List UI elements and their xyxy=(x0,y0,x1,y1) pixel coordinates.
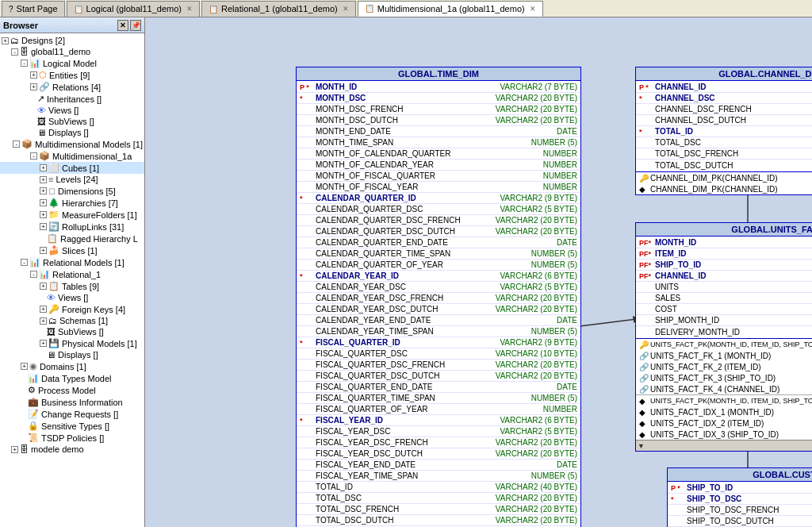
tree-item-relational-models[interactable]: - 📊 Relational Models [1] xyxy=(0,256,144,268)
tree-toggle-logical[interactable]: - xyxy=(21,60,28,67)
tree-toggle-entities[interactable]: + xyxy=(30,71,37,79)
col-type: VARCHAR2 (20 BYTE) xyxy=(496,449,577,458)
tab-start[interactable]: ? Start Page xyxy=(2,1,65,17)
browser-close-btn[interactable]: ✕ xyxy=(117,20,128,31)
tree-toggle-cubes[interactable]: + xyxy=(40,164,47,171)
tab-logical-close[interactable]: ✕ xyxy=(186,5,193,13)
tree-item-changerequests[interactable]: 📝 Change Requests [] xyxy=(0,408,144,420)
tree-item-levels[interactable]: + ≡ Levels [24] xyxy=(0,174,144,185)
tree-item-dimensions[interactable]: + ◻ Dimensions [5] xyxy=(0,185,144,197)
units-fact-table: GLOBAL.UNITS_FACT PF* MONTH_ID VARCHAR2 … xyxy=(635,222,812,452)
tree-item-tsdp[interactable]: 📜 TSDP Policies [] xyxy=(0,432,144,444)
tree-item-hierarchies[interactable]: + 🌲 Hierarchies [7] xyxy=(0,197,144,209)
tree-item-business[interactable]: 💼 Business Information xyxy=(0,396,144,408)
browser-title: Browser ✕ 📌 xyxy=(0,17,144,33)
tab-multidim-close[interactable]: ✕ xyxy=(530,5,536,13)
col-type: VARCHAR2 (40 BYTE) xyxy=(496,483,577,491)
tree-item-views2[interactable]: 👁 Views [] xyxy=(0,292,144,303)
key-text: UNITS_FACT_FK_4 (CHANNEL_ID) xyxy=(650,385,779,394)
tab-relational[interactable]: 📋 Relational_1 (global11_demo) ✕ xyxy=(201,1,356,17)
tree-toggle-relations[interactable]: + xyxy=(30,83,37,90)
tree-item-multidim1a[interactable]: - 📦 Multidimensional_1a xyxy=(0,150,144,162)
tree-item-displays[interactable]: 🖥 Displays [] xyxy=(0,127,144,138)
tree-item-relations[interactable]: + 🔗 Relations [4] xyxy=(0,81,144,93)
tree-toggle-hierarchies[interactable]: + xyxy=(40,199,47,206)
col-name: FISCAL_QUARTER_DSC_DUTCH xyxy=(316,371,489,380)
tree-toggle-schemas[interactable]: + xyxy=(40,317,47,325)
tree-toggle-domains[interactable]: + xyxy=(21,363,28,370)
tree-toggle-physical[interactable]: + xyxy=(40,340,47,347)
multidim1a-icon: 📦 xyxy=(39,151,50,161)
key-indicator: P * xyxy=(639,83,655,91)
tree-item-designs[interactable]: + 🗂 Designs [2] xyxy=(0,35,144,46)
tab-multidim[interactable]: 📋 Multidimensional_1a (global11_demo) ✕ xyxy=(358,1,543,17)
tree-item-domains[interactable]: + ◉ Domains [1] xyxy=(0,360,144,372)
browser-pin-btn[interactable]: 📌 xyxy=(130,20,141,31)
tree-toggle-levels[interactable]: + xyxy=(40,176,47,183)
col-name: FISCAL_QUARTER_TIME_SPAN xyxy=(316,394,525,402)
tree-item-views[interactable]: 👁 Views [] xyxy=(0,105,144,116)
col-name: CHANNEL_ID xyxy=(655,83,812,91)
tree-item-multidim-models[interactable]: - 📦 Multidimensional Models [1] xyxy=(0,138,144,150)
tables-icon: 📋 xyxy=(48,281,59,291)
table-row: * CALENDAR_YEAR_ID VARCHAR2 (6 BYTE) xyxy=(297,271,580,282)
units-fact-scrollbar[interactable]: ▼ xyxy=(636,440,812,451)
relations-label: Relations [4] xyxy=(52,83,101,92)
tree-toggle-relational-models[interactable]: - xyxy=(21,259,28,266)
tree-item-cubes[interactable]: + ⬜ Cubes [1] xyxy=(0,162,144,174)
tree-item-measurefolders[interactable]: + 📁 MeasureFolders [1] xyxy=(0,209,144,221)
tree-toggle-foreignkeys[interactable]: + xyxy=(40,306,47,313)
tree-item-sensitivetypes[interactable]: 🔒 Sensitive Types [] xyxy=(0,420,144,432)
col-type: VARCHAR2 (20 BYTE) xyxy=(496,116,577,125)
tree-toggle-tables[interactable]: + xyxy=(40,283,47,290)
tree-item-datatypes[interactable]: 📊 Data Types Model xyxy=(0,372,144,384)
tree-toggle-relational1[interactable]: - xyxy=(30,271,37,278)
table-row: TOTAL_DSC VARCHAR2 (20 BYTE) xyxy=(297,493,580,504)
tree-item-relational1[interactable]: - 📊 Relational_1 xyxy=(0,268,144,280)
tree-toggle-multidim1a[interactable]: - xyxy=(30,152,37,160)
tree-toggle-modele-demo[interactable]: + xyxy=(11,446,18,453)
multidim-icon: 📋 xyxy=(365,4,374,13)
tree-item-tables[interactable]: + 📋 Tables [9] xyxy=(0,280,144,292)
domains-icon: ◉ xyxy=(29,361,37,371)
table-row: FISCAL_YEAR_DSC_FRENCH VARCHAR2 (20 BYTE… xyxy=(297,437,580,448)
tree-item-process[interactable]: ⚙ Process Model xyxy=(0,384,144,396)
table-row: TOTAL_DSC VARCHAR2 (15 BYTE) xyxy=(636,137,812,148)
tree-item-foreignkeys[interactable]: + 🔑 Foreign Keys [4] xyxy=(0,303,144,315)
tree-toggle-slices[interactable]: + xyxy=(40,247,47,254)
tab-relational-close[interactable]: ✕ xyxy=(343,5,349,13)
tab-logical[interactable]: 📋 Logical (global11_demo) ✕ xyxy=(67,1,200,17)
tree-item-displays2[interactable]: 🖥 Displays [] xyxy=(0,349,144,360)
tree-item-entities[interactable]: + ⬡ Entities [9] xyxy=(0,69,144,81)
tree-item-modele-demo[interactable]: + 🗄 modele demo xyxy=(0,444,144,455)
tree-toggle-dimensions[interactable]: + xyxy=(40,187,47,194)
tree-item-physical[interactable]: + 💾 Physical Models [1] xyxy=(0,337,144,349)
table-row: TOTAL_DSC_DUTCH VARCHAR2 (20 BYTE) xyxy=(297,515,580,526)
tree-item-subviews[interactable]: 🖼 SubViews [] xyxy=(0,116,144,127)
tree-item-ragged[interactable]: 📋 Ragged Hierarchy L xyxy=(0,233,144,244)
table-row: MONTH_OF_CALENDAR_YEAR NUMBER xyxy=(297,160,580,171)
tree-toggle-measurefolders[interactable]: + xyxy=(40,211,47,218)
key-row: 🔗 UNITS_FACT_FK_3 (SHIP_TO_ID) xyxy=(636,372,812,383)
tree-toggle-multidim-models[interactable]: - xyxy=(13,140,20,148)
subviews-label: SubViews [] xyxy=(48,117,94,126)
table-row: CALENDAR_YEAR_END_DATE DATE xyxy=(297,315,580,326)
idx-icon: ◆ xyxy=(639,185,650,194)
col-name: FISCAL_YEAR_DSC_DUTCH xyxy=(316,449,489,458)
tree-toggle-rolluplinks[interactable]: + xyxy=(40,223,47,230)
tree-item-slices[interactable]: + 🍰 Slices [1] xyxy=(0,244,144,256)
col-type: VARCHAR2 (20 BYTE) xyxy=(496,494,577,502)
col-type: VARCHAR2 (7 BYTE) xyxy=(500,83,577,91)
col-type: VARCHAR2 (20 BYTE) xyxy=(496,294,577,302)
tree-item-global11[interactable]: - 🗄 global11_demo xyxy=(0,46,144,57)
col-name: CHANNEL_DSC_DUTCH xyxy=(655,116,812,125)
tree-toggle-global11[interactable]: - xyxy=(11,48,18,56)
table-row: MONTH_OF_FISCAL_YEAR NUMBER xyxy=(297,182,580,193)
tree-item-logical-model[interactable]: - 📊 Logical Model xyxy=(0,57,144,69)
tree-item-schemas[interactable]: + 🗂 Schemas [1] xyxy=(0,315,144,326)
tree-toggle-designs[interactable]: + xyxy=(2,37,9,44)
col-name: FISCAL_YEAR_ID xyxy=(316,416,493,425)
tree-item-rolluplinks[interactable]: + 🔄 RollupLinks [31] xyxy=(0,221,144,233)
tree-item-subviews2[interactable]: 🖼 SubViews [] xyxy=(0,326,144,337)
tree-item-inheritances[interactable]: ↗ Inheritances [] xyxy=(0,93,144,105)
